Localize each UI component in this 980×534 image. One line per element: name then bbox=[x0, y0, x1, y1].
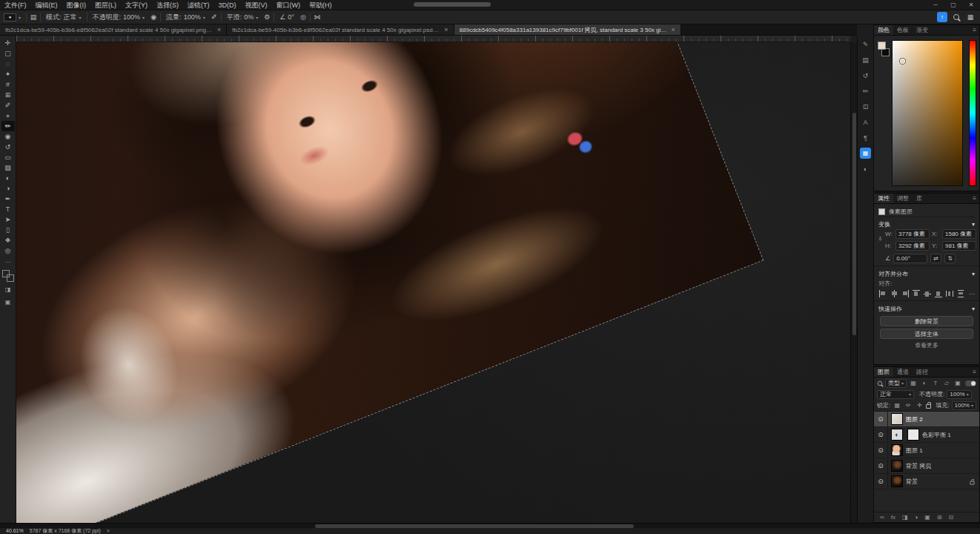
smoothing-gear-icon[interactable]: ⚙ bbox=[262, 13, 272, 22]
layer-name[interactable]: 背景 拷贝 bbox=[906, 462, 931, 470]
filter-shape-icon[interactable]: ▱ bbox=[942, 379, 951, 388]
layer-group-icon[interactable]: ▣ bbox=[924, 514, 930, 521]
lock-all-icon[interactable] bbox=[926, 404, 931, 409]
visibility-eye-icon[interactable]: ⊙ bbox=[874, 474, 888, 489]
brush-tool[interactable]: ✏ bbox=[1, 121, 15, 131]
collapse-icon[interactable]: ▾ bbox=[972, 271, 975, 277]
transform-bounding-box[interactable] bbox=[16, 42, 764, 523]
menu-file[interactable]: 文件(F) bbox=[0, 0, 31, 10]
filter-adjustment-icon[interactable]: ◐ bbox=[920, 379, 929, 388]
transform-section-header[interactable]: 变换 ▾ bbox=[878, 219, 975, 229]
tool-preset-picker[interactable]: ● ▾ bbox=[0, 13, 24, 22]
menu-type[interactable]: 文字(Y) bbox=[121, 0, 152, 10]
link-dimensions-icon[interactable]: ∞ bbox=[877, 237, 884, 241]
document-tab-2[interactable]: fb2c1dca-be59-405b-b3b6-e8f5062ea02f sta… bbox=[227, 24, 454, 35]
align-right-button[interactable] bbox=[901, 289, 910, 298]
lock-transparency-icon[interactable]: ▦ bbox=[893, 401, 901, 410]
layer-row-color-balance[interactable]: ⊙ ◐ 色彩平衡 1 bbox=[874, 427, 979, 443]
panel-menu-icon[interactable]: ≡ bbox=[970, 25, 979, 35]
collapse-icon[interactable]: ▾ bbox=[972, 221, 975, 228]
new-adjustment-icon[interactable]: ◑ bbox=[915, 514, 918, 521]
delete-layer-icon[interactable]: ⊟ bbox=[949, 514, 954, 521]
filter-pixel-icon[interactable]: ▦ bbox=[909, 379, 918, 388]
menu-window[interactable]: 窗口(W) bbox=[272, 0, 305, 10]
gradient-tool[interactable]: ▨ bbox=[1, 162, 15, 173]
select-subject-button[interactable]: 选择主体 bbox=[880, 329, 973, 339]
layer-blend-mode-select[interactable]: 正常 ▾ bbox=[877, 390, 914, 399]
layer-thumbnail[interactable] bbox=[891, 444, 903, 456]
pressure-size-icon[interactable]: ◎ bbox=[298, 13, 308, 22]
panel-menu-icon[interactable]: ≡ bbox=[970, 194, 979, 203]
layer-row-background-copy[interactable]: ⊙ 背景 拷贝 bbox=[874, 458, 979, 474]
healing-brush-tool[interactable]: ⌖ bbox=[1, 111, 15, 121]
lock-move-icon[interactable]: ✛ bbox=[915, 401, 924, 410]
tab-paths[interactable]: 路径 bbox=[913, 367, 932, 377]
close-icon[interactable]: × bbox=[217, 26, 221, 33]
document-tab-1[interactable]: fb2c1dca-be59-405b-b3b6-e8f5062ea02f sta… bbox=[0, 24, 227, 35]
search-icon[interactable] bbox=[953, 14, 959, 20]
quick-mask-button[interactable]: ◨ bbox=[2, 285, 14, 294]
layer-row-background[interactable]: ⊙ 背景 bbox=[874, 474, 979, 490]
distribute-horizontal-button[interactable] bbox=[945, 289, 954, 298]
layer-thumbnail[interactable] bbox=[891, 460, 903, 472]
adjustment-layer-icon[interactable]: ◐ bbox=[891, 429, 903, 441]
menu-help[interactable]: 帮助(H) bbox=[305, 0, 337, 10]
new-layer-icon[interactable]: ⊞ bbox=[937, 514, 942, 521]
foreground-color-swatch[interactable] bbox=[2, 270, 10, 277]
menu-edit[interactable]: 编辑(E) bbox=[31, 0, 62, 10]
workspace-switcher-icon[interactable]: ▦ bbox=[965, 13, 976, 22]
layer-name[interactable]: 图层 2 bbox=[906, 415, 923, 423]
document-tab-3-active[interactable]: 889cdcb5409c4f058a331a139381c9cf79bf001f… bbox=[454, 24, 681, 35]
height-field[interactable]: 3292 像素 bbox=[895, 241, 930, 251]
close-button[interactable]: ✕ bbox=[962, 0, 980, 10]
canvas-viewport[interactable] bbox=[16, 42, 850, 523]
eraser-tool[interactable]: ▭ bbox=[1, 152, 15, 162]
layer-thumbnail[interactable] bbox=[891, 475, 903, 487]
shape-tool[interactable]: ▯ bbox=[1, 225, 15, 235]
close-icon[interactable]: × bbox=[444, 26, 448, 33]
layer-row-layer-2[interactable]: ⊙ 图层 2 bbox=[874, 412, 979, 427]
y-field[interactable]: 981 像素 bbox=[942, 241, 976, 251]
tab-color[interactable]: 颜色 bbox=[874, 25, 893, 35]
tab-layers[interactable]: 图层 bbox=[874, 367, 893, 377]
menu-3d[interactable]: 3D(D) bbox=[214, 0, 241, 10]
quick-selection-tool[interactable]: ✦ bbox=[1, 69, 15, 79]
rotate-field[interactable]: 0.00° bbox=[893, 254, 927, 263]
align-left-button[interactable] bbox=[878, 289, 887, 298]
color-cursor[interactable] bbox=[900, 59, 905, 64]
layer-name[interactable]: 背景 bbox=[906, 478, 918, 486]
smoothing-control[interactable]: 平滑: 0% ▾ bbox=[223, 13, 262, 22]
hue-slider[interactable] bbox=[969, 40, 976, 186]
libraries-icon[interactable]: ▦ bbox=[860, 148, 871, 159]
tab-properties[interactable]: 属性 bbox=[874, 194, 893, 203]
brush-settings-icon[interactable]: ✏ bbox=[860, 85, 871, 96]
menu-select[interactable]: 选择(S) bbox=[152, 0, 183, 10]
character-icon[interactable]: A bbox=[860, 116, 871, 128]
history-brush-tool[interactable]: ↺ bbox=[1, 142, 15, 152]
brush-settings-toggle-icon[interactable]: ▤ bbox=[28, 13, 39, 22]
pressure-opacity-icon[interactable]: ◉ bbox=[148, 13, 159, 22]
vertical-scrollbar[interactable] bbox=[850, 42, 857, 523]
pen-tool[interactable]: ✒ bbox=[1, 194, 15, 204]
share-button[interactable]: ↑ bbox=[937, 12, 947, 22]
align-bottom-button[interactable] bbox=[934, 289, 943, 298]
clone-source-icon[interactable]: ⊡ bbox=[860, 101, 871, 112]
crop-tool[interactable]: # bbox=[1, 79, 15, 90]
minimize-button[interactable]: ─ bbox=[927, 0, 944, 10]
airbrush-icon[interactable]: ✐ bbox=[209, 13, 219, 22]
type-tool[interactable]: T bbox=[1, 204, 15, 214]
menu-view[interactable]: 视图(V) bbox=[241, 0, 272, 10]
layer-mask-icon[interactable]: ◨ bbox=[902, 514, 908, 521]
visibility-eye-icon[interactable]: ⊙ bbox=[874, 458, 888, 473]
menu-filter[interactable]: 滤镜(T) bbox=[183, 0, 214, 10]
menu-image[interactable]: 图像(I) bbox=[62, 0, 91, 10]
collapse-icon[interactable]: ▾ bbox=[972, 306, 975, 312]
filter-kind-select[interactable]: 类型 ▾ bbox=[885, 379, 907, 388]
tab-swatches[interactable]: 色板 bbox=[893, 25, 913, 35]
align-section-header[interactable]: 对齐并分布 ▾ bbox=[878, 268, 975, 279]
remove-background-button[interactable]: 删除背景 bbox=[880, 316, 973, 326]
document-image[interactable] bbox=[16, 42, 763, 523]
quick-actions-section-header[interactable]: 快速操作 ▾ bbox=[878, 303, 975, 314]
lasso-tool[interactable]: ◌ bbox=[1, 59, 15, 69]
align-top-button[interactable] bbox=[912, 289, 921, 298]
